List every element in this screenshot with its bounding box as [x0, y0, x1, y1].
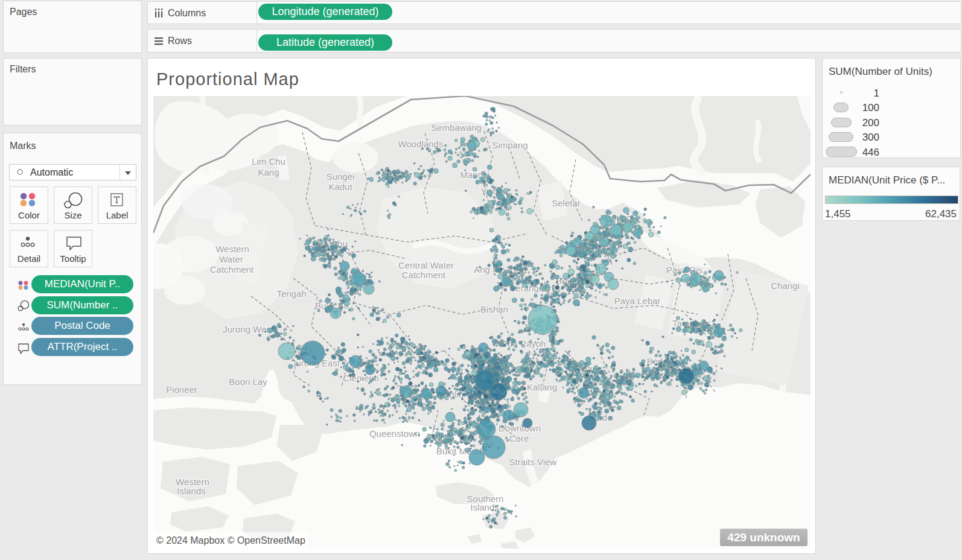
svg-text:Islands: Islands	[177, 486, 206, 496]
svg-text:Jurong West: Jurong West	[223, 324, 274, 334]
svg-text:Core: Core	[509, 433, 529, 444]
svg-text:Queenstown: Queenstown	[369, 428, 420, 439]
svg-text:Seletar: Seletar	[552, 198, 581, 208]
svg-text:Paya Lebar: Paya Lebar	[614, 296, 661, 306]
svg-text:Simpang: Simpang	[492, 140, 527, 150]
svg-text:Kallang: Kallang	[527, 382, 557, 392]
svg-text:Sembawang: Sembawang	[431, 122, 481, 133]
svg-text:Pioneer: Pioneer	[166, 384, 197, 395]
svg-text:Kang: Kang	[258, 167, 279, 177]
svg-text:Downtown: Downtown	[499, 423, 541, 433]
svg-text:Tengah: Tengah	[276, 288, 306, 299]
svg-text:Water: Water	[219, 254, 243, 264]
svg-text:Lim Chu: Lim Chu	[252, 156, 285, 167]
svg-text:Kadut: Kadut	[328, 182, 352, 192]
svg-text:Catchment: Catchment	[210, 264, 254, 275]
svg-text:Bishan: Bishan	[480, 304, 508, 314]
svg-text:Western: Western	[215, 244, 249, 254]
svg-text:Changi: Changi	[771, 281, 800, 291]
svg-text:Sungei: Sungei	[327, 171, 355, 182]
svg-text:Boon Lay: Boon Lay	[229, 377, 267, 387]
svg-text:Catchment: Catchment	[402, 270, 446, 280]
svg-text:Central Water: Central Water	[398, 260, 454, 270]
svg-text:Straits View: Straits View	[509, 457, 557, 467]
